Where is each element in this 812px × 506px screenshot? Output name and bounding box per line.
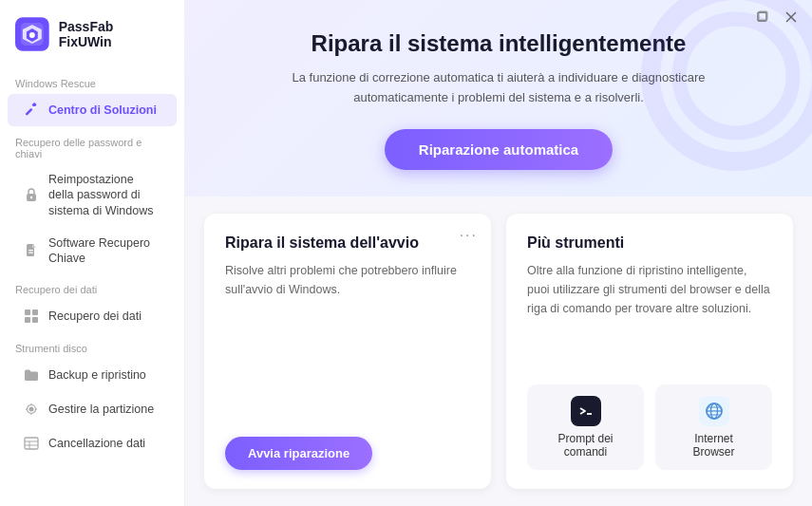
auto-repair-button[interactable]: Riparazione automatica <box>385 129 613 170</box>
sidebar-item-label-software-recupero: Software Recupero Chiave <box>48 235 161 267</box>
section-label-strumenti-disco: Strumenti disco <box>0 333 184 358</box>
sidebar: PassFab FixUWin Windows Rescue Centro di… <box>0 0 185 506</box>
boot-card-title: Ripara il sistema dell'avvio <box>225 234 470 252</box>
restore-button[interactable] <box>751 6 774 28</box>
svg-rect-16 <box>25 438 38 449</box>
card-menu-button[interactable]: ··· <box>460 227 478 244</box>
section-label-recupero-dati: Recupero dei dati <box>0 274 184 299</box>
table-icon <box>23 435 40 452</box>
browser-icon <box>699 396 729 426</box>
sidebar-item-backup-ripristino[interactable]: Backup e ripristino <box>8 359 177 391</box>
folder-icon <box>23 366 40 384</box>
svg-rect-12 <box>25 317 30 323</box>
start-repair-button[interactable]: Avvia riparazione <box>225 437 372 470</box>
close-button[interactable] <box>780 6 803 28</box>
app-name-label: PassFab FixUWin <box>59 19 169 49</box>
app-logo <box>15 17 49 51</box>
sidebar-item-label-cancellazione: Cancellazione dati <box>48 436 145 451</box>
lock-icon <box>23 186 40 203</box>
gear-icon <box>23 401 40 418</box>
cmd-icon <box>571 396 601 426</box>
tools-card-description: Oltre alla funzione di ripristino intell… <box>527 261 772 369</box>
sidebar-item-cancellazione-dati[interactable]: Cancellazione dati <box>8 427 177 459</box>
svg-rect-3 <box>25 108 32 116</box>
sidebar-item-gestire-partizione[interactable]: Gestire la partizione <box>8 393 177 425</box>
boot-repair-card: ··· Ripara il sistema dell'avvio Risolve… <box>204 214 491 489</box>
svg-point-14 <box>29 407 34 412</box>
hero-description: La funzione di correzione automatica ti … <box>252 68 746 108</box>
boot-card-description: Risolve altri problemi che potrebbero in… <box>225 261 470 422</box>
cmd-tool-label: Prompt dei comandi <box>544 432 627 459</box>
svg-point-4 <box>33 106 35 108</box>
svg-rect-10 <box>25 309 30 315</box>
more-tools-card: Più strumenti Oltre alla funzione di rip… <box>506 214 793 489</box>
grid-icon <box>23 308 40 325</box>
svg-rect-13 <box>32 317 38 323</box>
hero-section: Ripara il sistema intelligentemente La f… <box>185 0 812 197</box>
sidebar-item-label-recupero-dati: Recupero dei dati <box>48 309 142 324</box>
sidebar-item-recupero-dati[interactable]: Recupero dei dati <box>8 300 177 332</box>
wrench-icon <box>23 102 40 119</box>
tools-card-title: Più strumenti <box>527 234 772 252</box>
tools-grid: Prompt dei comandi Internet Browser <box>527 384 772 470</box>
svg-point-6 <box>30 197 32 198</box>
titlebar <box>751 0 812 28</box>
cmd-tool-button[interactable]: Prompt dei comandi <box>527 384 644 470</box>
sidebar-item-label-gestire-partizione: Gestire la partizione <box>48 402 154 417</box>
svg-rect-8 <box>28 250 33 251</box>
file-icon <box>23 242 40 259</box>
cards-row: ··· Ripara il sistema dell'avvio Risolve… <box>185 197 812 506</box>
section-label-windows-rescue: Windows Rescue <box>0 68 184 93</box>
sidebar-item-centro-soluzioni[interactable]: Centro di Soluzioni <box>8 94 177 126</box>
sidebar-item-label-backup: Backup e ripristino <box>48 367 146 383</box>
sidebar-item-reimpostazione-password[interactable]: Reimpostazione della password di sistema… <box>8 164 177 226</box>
svg-rect-9 <box>28 253 33 253</box>
browser-tool-label: Internet Browser <box>672 432 755 459</box>
app-header: PassFab FixUWin <box>0 0 184 68</box>
sidebar-item-software-recupero-chiave[interactable]: Software Recupero Chiave <box>8 228 177 274</box>
section-label-recupero-password: Recupero delle password e chiavi <box>0 127 184 163</box>
browser-tool-button[interactable]: Internet Browser <box>655 384 772 470</box>
main-content: Ripara il sistema intelligentemente La f… <box>185 0 812 506</box>
sidebar-item-label-centro-soluzioni: Centro di Soluzioni <box>48 103 157 118</box>
sidebar-item-label-reimpostazione: Reimpostazione della password di sistema… <box>48 172 161 218</box>
hero-title: Ripara il sistema intelligentemente <box>223 30 774 57</box>
svg-point-2 <box>29 32 35 38</box>
svg-rect-11 <box>32 309 38 315</box>
